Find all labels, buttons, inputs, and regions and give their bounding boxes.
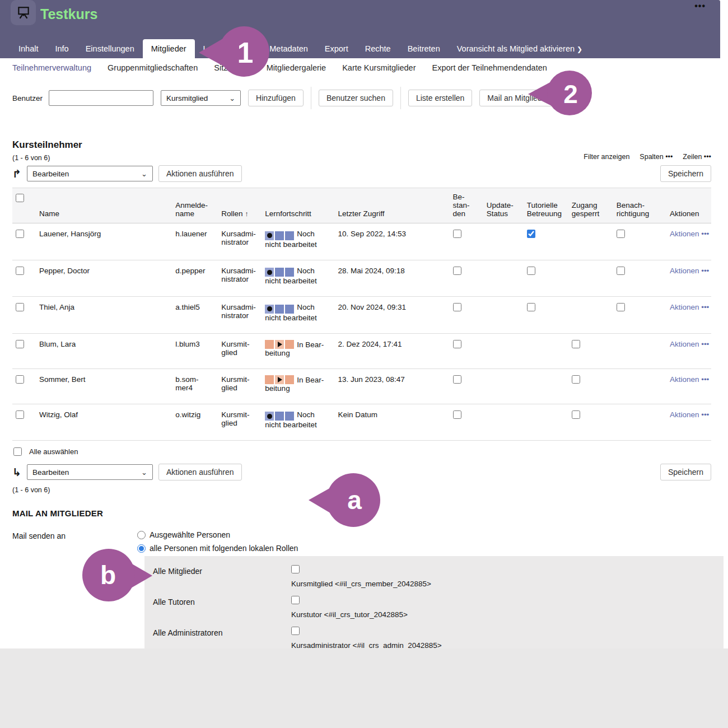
page-title: Testkurs xyxy=(40,6,97,22)
toolbar-divider xyxy=(311,87,311,109)
tutorielle-betreuung-checkbox[interactable] xyxy=(527,267,535,275)
bulk-action-select-bottom[interactable]: Bearbeiten⌄ xyxy=(27,464,153,480)
subtab-export-teilnehmendendaten[interactable]: Export der Teilnehmendendaten xyxy=(432,63,547,72)
row-select-checkbox[interactable] xyxy=(16,410,24,419)
filter-anzeigen-link[interactable]: Filter anzeigen xyxy=(584,153,629,161)
bestanden-checkbox[interactable] xyxy=(453,267,461,275)
member-progress: Noch nicht bearbeitet xyxy=(262,404,334,441)
col-zugang-gesperrt: Zugang gesperrt xyxy=(568,188,613,223)
member-role: Kursmit- glied xyxy=(218,368,262,404)
col-rollen[interactable]: Rollen ↑ xyxy=(218,188,262,223)
col-name: Name xyxy=(36,188,172,223)
subtab-karte-kursmitglieder[interactable]: Karte Kursmitglieder xyxy=(342,63,416,72)
bestanden-checkbox[interactable] xyxy=(453,375,461,384)
tab-mitglieder[interactable]: Mitglieder xyxy=(143,39,195,58)
tab-info[interactable]: Info xyxy=(46,39,77,58)
member-last-access: 13. Jun 2023, 08:47 xyxy=(334,368,449,404)
subtab-teilnehmerverwaltung[interactable]: Teilnehmerverwaltung xyxy=(12,63,91,72)
table-row: Lauener, Hansjörg h.lauener Kursadmi- ni… xyxy=(12,223,711,260)
role-select[interactable]: Kursmitglied⌄ xyxy=(161,90,241,106)
tutorielle-betreuung-checkbox[interactable] xyxy=(527,303,535,311)
liste-erstellen-button[interactable]: Liste erstellen xyxy=(408,90,472,106)
row-aktionen-link[interactable]: Aktionen ••• xyxy=(670,375,709,384)
row-aktionen-link[interactable]: Aktionen ••• xyxy=(670,410,709,419)
benutzer-label: Benutzer xyxy=(12,94,43,102)
table-row: Pepper, Doctor d.pepper Kursadmi- nistra… xyxy=(12,260,711,297)
row-select-checkbox[interactable] xyxy=(16,340,24,348)
section-heading: MAIL AN MITGLIEDER xyxy=(12,508,728,518)
overflow-menu-icon[interactable]: ••• xyxy=(694,1,706,11)
tab-einstellungen[interactable]: Einstellungen xyxy=(77,39,143,58)
chevron-down-icon: ⌄ xyxy=(141,170,147,178)
row-aktionen-link[interactable]: Aktionen ••• xyxy=(670,230,709,238)
row-select-checkbox[interactable] xyxy=(16,375,24,384)
bulk-action-select-top[interactable]: Bearbeiten⌄ xyxy=(27,166,153,181)
bestanden-checkbox[interactable] xyxy=(453,230,461,238)
presentation-board-icon xyxy=(16,6,31,20)
main-tabbar: Inhalt Info Einstellungen Mitglieder Ler… xyxy=(0,38,720,58)
member-last-access: Kein Datum xyxy=(334,404,449,441)
member-role: Kursmit- glied xyxy=(218,333,262,368)
tab-rechte[interactable]: Rechte xyxy=(357,39,399,58)
alle-mitglieder-checkbox[interactable] xyxy=(291,565,300,573)
tab-metadaten[interactable]: Metadaten xyxy=(261,39,316,58)
row-aktionen-link[interactable]: Aktionen ••• xyxy=(670,267,709,275)
zugang-gesperrt-checkbox[interactable] xyxy=(572,375,580,384)
benachrichtigung-checkbox[interactable] xyxy=(617,267,625,275)
benachrichtigung-checkbox[interactable] xyxy=(617,230,625,238)
mail-an-mitglieder-button[interactable]: Mail an Mitglieder xyxy=(479,90,557,106)
progress-in-progress-icon xyxy=(265,375,294,384)
aktionen-ausfuehren-button-bottom[interactable]: Aktionen ausführen xyxy=(158,464,242,480)
member-login: d.pepper xyxy=(172,260,218,297)
result-count-bottom: (1 - 6 von 6) xyxy=(12,486,711,494)
member-name: Blum, Lara xyxy=(36,333,172,368)
speichern-button-bottom[interactable]: Speichern xyxy=(660,464,711,480)
alle-administratoren-checkbox[interactable] xyxy=(291,627,300,635)
tab-inhalt[interactable]: Inhalt xyxy=(10,39,46,58)
progress-not-attempted-icon xyxy=(265,231,294,240)
tab-beitreten[interactable]: Beitreten xyxy=(399,39,449,58)
subtab-sitzungen[interactable]: Sitzungen xyxy=(214,63,250,72)
bestanden-checkbox[interactable] xyxy=(453,340,461,348)
subtab-gruppenmitgliedschaften[interactable]: Gruppenmitgliedschaften xyxy=(108,63,198,72)
benutzer-suchen-button[interactable]: Benutzer suchen xyxy=(319,90,393,106)
select-all-label: Alle auswählen xyxy=(29,447,78,456)
speichern-button-top[interactable]: Speichern xyxy=(660,165,711,182)
select-all-checkbox[interactable] xyxy=(13,447,22,456)
toolbar-divider xyxy=(400,87,401,109)
benachrichtigung-checkbox[interactable] xyxy=(617,303,625,311)
hinzufuegen-button[interactable]: Hinzufügen xyxy=(248,90,304,106)
zugang-gesperrt-checkbox[interactable] xyxy=(572,340,580,348)
row-aktionen-link[interactable]: Aktionen ••• xyxy=(670,303,709,311)
row-select-checkbox[interactable] xyxy=(16,230,24,238)
col-tutorielle-betreuung: Tutorielle Betreuung xyxy=(524,188,568,223)
zeilen-link[interactable]: Zeilen ••• xyxy=(683,153,711,161)
tab-export[interactable]: Export xyxy=(316,39,357,58)
ausgewaehlte-personen-radio[interactable] xyxy=(137,531,146,539)
member-progress: In Bear- beitung xyxy=(262,333,334,368)
spalten-link[interactable]: Spalten ••• xyxy=(640,153,673,161)
subtab-mitgliedergalerie[interactable]: Mitgliedergalerie xyxy=(267,63,326,72)
member-role: Kursadmi- nistrator xyxy=(218,260,262,297)
bestanden-checkbox[interactable] xyxy=(453,303,461,311)
sort-asc-icon: ↑ xyxy=(245,209,249,218)
zugang-gesperrt-checkbox[interactable] xyxy=(572,410,580,419)
bestanden-checkbox[interactable] xyxy=(453,410,461,419)
local-roles-box: Alle Mitglieder Kursmitglied <#il_crs_me… xyxy=(144,556,724,663)
alle-mitglieder-label: Alle Mitglieder xyxy=(144,565,291,588)
radio-label: Ausgewählte Personen xyxy=(150,530,230,539)
alle-personen-lokale-rollen-radio[interactable] xyxy=(137,544,146,553)
row-select-checkbox[interactable] xyxy=(16,267,24,275)
tab-lernfortschritt[interactable]: Lernfortschritt xyxy=(195,39,262,58)
row-aktionen-link[interactable]: Aktionen ••• xyxy=(670,340,709,348)
aktionen-ausfuehren-button-top[interactable]: Aktionen ausführen xyxy=(158,165,242,182)
benutzer-input[interactable] xyxy=(49,90,153,106)
tab-voransicht[interactable]: Voransicht als Mitglied aktivieren❯ xyxy=(449,39,591,58)
select-all-header-checkbox[interactable] xyxy=(16,194,24,202)
row-select-checkbox[interactable] xyxy=(16,303,24,311)
member-login: a.thiel5 xyxy=(172,297,218,334)
course-header: Testkurs ••• Inhalt Info Einstellungen M… xyxy=(0,0,720,58)
progress-not-attempted-icon xyxy=(265,268,294,277)
alle-tutoren-checkbox[interactable] xyxy=(291,596,300,604)
tutorielle-betreuung-checkbox[interactable] xyxy=(527,230,535,238)
